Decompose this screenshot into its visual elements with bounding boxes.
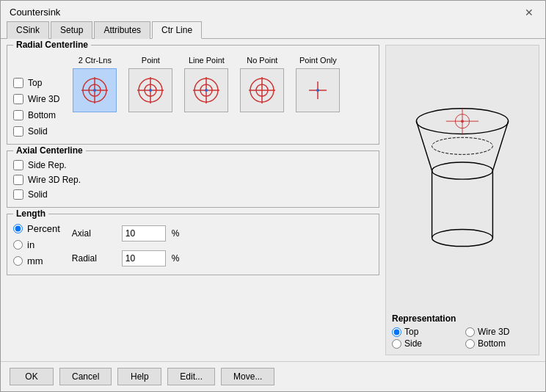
rep-top-label: Top	[404, 327, 418, 337]
footer: OK Cancel Help Edit... Move...	[1, 361, 545, 391]
axial-centerline-label: Axial Centerline	[13, 145, 86, 156]
checkbox-solid2-row: Solid	[13, 188, 373, 201]
checkbox-bottom[interactable]	[13, 110, 23, 120]
rep-side-row: Side	[392, 338, 459, 349]
checkbox-siderep-row: Side Rep.	[13, 159, 373, 172]
left-panel: Radial Centerline Top Wire 3D	[7, 45, 379, 355]
rep-wire3d-row: Wire 3D	[465, 327, 533, 337]
icon-col-linepoint-label: Line Point	[189, 56, 225, 65]
checkbox-wire3d-row: Wire 3D	[13, 92, 59, 106]
move-button[interactable]: Move...	[221, 368, 274, 385]
checkbox-solid[interactable]	[13, 126, 23, 137]
checkbox-solid2-label: Solid	[28, 189, 48, 200]
edit-button[interactable]: Edit...	[167, 368, 215, 385]
axial-field-row: Axial %	[72, 223, 180, 244]
checkbox-wire3drep-label: Wire 3D Rep.	[28, 175, 81, 185]
checkbox-bottom-row: Bottom	[13, 109, 59, 122]
title-bar: Countersink ✕	[1, 1, 545, 21]
svg-point-25	[432, 162, 493, 179]
axial-label: Axial	[72, 228, 116, 239]
rep-wire3d-radio[interactable]	[465, 327, 475, 337]
radio-mm-label: mm	[27, 255, 43, 266]
rep-side-radio[interactable]	[392, 339, 401, 349]
icon-col-point-label: Point	[142, 56, 160, 65]
icon-pointonly[interactable]	[296, 68, 340, 112]
checkbox-bottom-label: Bottom	[28, 110, 56, 120]
cancel-button[interactable]: Cancel	[59, 368, 112, 385]
icon-nopoint[interactable]	[240, 68, 284, 112]
countersink-dialog: Countersink ✕ CSink Setup Attributes Ctr…	[0, 0, 546, 392]
radio-in[interactable]	[13, 240, 23, 250]
icon-point[interactable]	[128, 68, 172, 112]
icon-col-point: Point	[124, 56, 177, 112]
close-button[interactable]: ✕	[522, 7, 536, 18]
checkbox-solid2[interactable]	[13, 189, 23, 200]
radial-centerline-label: Radial Centerline	[13, 40, 91, 50]
radio-percent[interactable]	[13, 224, 23, 233]
rep-side-label: Side	[404, 338, 422, 349]
checkbox-wire3drep[interactable]	[13, 175, 23, 185]
rep-top-row: Top	[392, 327, 459, 337]
tab-attributes[interactable]: Attributes	[94, 21, 150, 39]
representation-radio-grid: Top Wire 3D Side Bottom	[392, 327, 533, 349]
radio-in-label: in	[27, 239, 34, 250]
radial-field-row: Radial %	[72, 248, 180, 269]
icon-col-2ctrlns-label: 2 Ctr-Lns	[79, 56, 112, 65]
countersink-svg	[400, 86, 525, 277]
content-area: Radial Centerline Top Wire 3D	[1, 39, 545, 361]
help-button[interactable]: Help	[117, 368, 161, 385]
ok-button[interactable]: OK	[10, 368, 54, 385]
icon-col-2ctrlns: 2 Ctr-Lns	[68, 56, 121, 112]
length-label: Length	[13, 208, 48, 219]
icon-col-pointonly: Point Only	[291, 56, 344, 112]
rep-bottom-row: Bottom	[465, 338, 533, 349]
checkbox-wire3d-label: Wire 3D	[28, 94, 59, 104]
radio-mm[interactable]	[13, 256, 23, 266]
svg-point-28	[432, 229, 493, 246]
representation-title: Representation	[392, 313, 533, 324]
checkbox-top-row: Top	[13, 76, 59, 90]
representation-controls: Representation Top Wire 3D Side	[392, 313, 533, 349]
svg-point-14	[205, 89, 208, 92]
rep-wire3d-label: Wire 3D	[478, 327, 509, 337]
tab-csink[interactable]: CSink	[7, 21, 49, 39]
axial-centerline-group: Axial Centerline Side Rep. Wire 3D Rep. …	[7, 150, 379, 208]
icon-2ctrlns[interactable]	[73, 68, 117, 112]
radio-percent-row: Percent	[13, 222, 60, 236]
rep-top-radio[interactable]	[392, 327, 401, 337]
right-panel: Representation Top Wire 3D Side	[385, 45, 539, 355]
svg-point-29	[432, 137, 493, 154]
radial-label: Radial	[72, 253, 116, 264]
svg-point-4	[93, 89, 96, 92]
icon-linepoint[interactable]	[184, 68, 228, 112]
icon-col-nopoint-label: No Point	[247, 56, 277, 65]
rep-bottom-radio[interactable]	[465, 339, 475, 349]
icon-col-pointonly-label: Point Only	[299, 56, 337, 65]
tab-bar: CSink Setup Attributes Ctr Line	[1, 21, 545, 39]
checkbox-solid-row: Solid	[13, 125, 59, 138]
radial-input[interactable]	[122, 250, 166, 266]
representation-image	[392, 51, 533, 311]
checkbox-top-label: Top	[28, 78, 42, 88]
checkbox-wire3d[interactable]	[13, 94, 23, 104]
checkbox-siderep-label: Side Rep.	[28, 160, 67, 170]
checkbox-wire3drep-row: Wire 3D Rep.	[13, 173, 373, 186]
svg-point-9	[149, 89, 152, 92]
icon-col-linepoint: Line Point	[180, 56, 233, 112]
radial-centerline-group: Radial Centerline Top Wire 3D	[7, 45, 379, 145]
radio-in-row: in	[13, 238, 60, 252]
tab-ctrline[interactable]: Ctr Line	[152, 21, 202, 39]
rep-bottom-label: Bottom	[478, 338, 506, 349]
axial-unit: %	[172, 228, 180, 239]
svg-point-33	[461, 120, 464, 123]
icon-col-nopoint: No Point	[236, 56, 288, 112]
tab-setup[interactable]: Setup	[51, 21, 92, 39]
checkbox-solid-label: Solid	[28, 126, 48, 137]
length-group: Length Percent in	[7, 214, 379, 275]
dialog-title: Countersink	[10, 7, 60, 18]
axial-input[interactable]	[122, 225, 166, 242]
radial-unit: %	[172, 253, 180, 264]
checkbox-top[interactable]	[13, 78, 23, 88]
radio-percent-label: Percent	[27, 223, 60, 234]
checkbox-siderep[interactable]	[13, 160, 23, 170]
